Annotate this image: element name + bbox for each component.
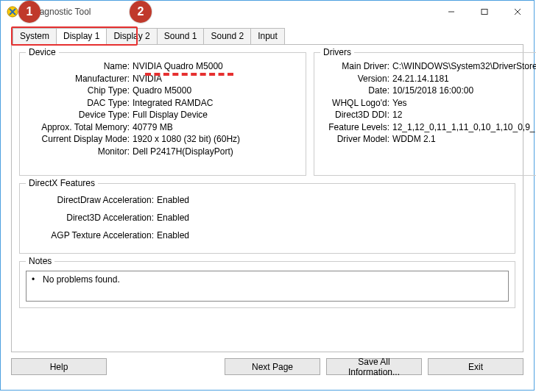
dx-feature-label: Direct3D Acceleration: xyxy=(26,209,157,227)
tab-sound-1[interactable]: Sound 1 xyxy=(157,28,205,45)
device-row: Device Type:Full Display Device xyxy=(26,109,300,121)
device-row: Current Display Mode:1920 x 1080 (32 bit… xyxy=(26,133,300,146)
device-value: Quadro M5000 xyxy=(133,85,191,97)
device-row: Name:NVIDIA Quadro M5000 xyxy=(26,60,300,73)
help-button[interactable]: Help xyxy=(11,358,107,375)
window-title: X Diagnostic Tool xyxy=(23,7,91,17)
window: X Diagnostic Tool SystemDisplay 1Display… xyxy=(0,0,535,391)
device-value: 40779 MB xyxy=(133,121,173,134)
device-row: Chip Type:Quadro M5000 xyxy=(26,85,300,97)
minimize-button[interactable] xyxy=(434,1,468,22)
drivers-label: Main Driver: xyxy=(320,60,392,73)
notes-legend: Notes xyxy=(26,256,54,266)
drivers-label: Version: xyxy=(320,73,392,85)
drivers-value: C:\WINDOWS\System32\DriverStore xyxy=(392,60,536,73)
drivers-row: Direct3D DDI:12 xyxy=(320,109,536,121)
device-value: NVIDIA Quadro M5000 xyxy=(133,60,223,73)
dx-feature-value: Enabled xyxy=(157,209,189,227)
drivers-label: Date: xyxy=(320,85,392,97)
drivers-value: WDDM 2.1 xyxy=(392,133,436,146)
device-label: Name: xyxy=(26,60,133,73)
drivers-label: Driver Model: xyxy=(320,133,392,146)
tab-system[interactable]: System xyxy=(13,28,57,45)
next-page-button[interactable]: Next Page xyxy=(225,358,320,375)
dx-feature-label: DirectDraw Acceleration: xyxy=(26,191,157,209)
tab-content: Device Name:NVIDIA Quadro M5000Manufactu… xyxy=(11,45,523,352)
device-row: Approx. Total Memory:40779 MB xyxy=(26,121,300,134)
device-label: Current Display Mode: xyxy=(26,133,133,146)
device-value: Dell P2417H(DisplayPort) xyxy=(133,146,233,158)
titlebar: X Diagnostic Tool xyxy=(1,1,534,23)
device-row: Manufacturer:NVIDIA xyxy=(26,73,300,85)
device-group: Device Name:NVIDIA Quadro M5000Manufactu… xyxy=(19,52,306,176)
device-value: Integrated RAMDAC xyxy=(133,97,213,110)
device-label: Approx. Total Memory: xyxy=(26,121,133,134)
drivers-label: Direct3D DDI: xyxy=(320,109,392,121)
notes-text: No problems found. xyxy=(43,274,120,285)
dx-legend: DirectX Features xyxy=(26,178,98,188)
device-value: NVIDIA xyxy=(133,73,162,85)
bullet-icon: • xyxy=(31,274,35,285)
exit-button[interactable]: Exit xyxy=(428,358,523,375)
drivers-value: 12_1,12_0,11_1,11_0,10_1,10_0,9_ xyxy=(392,121,535,134)
dx-feature-row: Direct3D Acceleration:Enabled xyxy=(26,209,509,227)
directx-features-group: DirectX Features DirectDraw Acceleration… xyxy=(19,183,515,254)
dx-feature-row: DirectDraw Acceleration:Enabled xyxy=(26,191,509,209)
tab-display-2[interactable]: Display 2 xyxy=(106,28,157,45)
device-value: 1920 x 1080 (32 bit) (60Hz) xyxy=(133,133,240,146)
dxdiag-icon xyxy=(7,6,18,18)
save-all-information-button[interactable]: Save All Information... xyxy=(326,358,422,375)
device-label: Chip Type: xyxy=(26,85,133,97)
drivers-row: Main Driver:C:\WINDOWS\System32\DriverSt… xyxy=(320,60,536,73)
tab-display-1[interactable]: Display 1 xyxy=(56,28,107,45)
device-legend: Device xyxy=(26,47,59,57)
drivers-row: Version:24.21.14.1181 xyxy=(320,73,536,85)
tab-input[interactable]: Input xyxy=(250,28,285,45)
window-buttons xyxy=(434,1,534,22)
tab-strip: SystemDisplay 1Display 2Sound 1Sound 2In… xyxy=(11,29,523,45)
drivers-label: WHQL Logo'd: xyxy=(320,97,392,110)
drivers-value: Yes xyxy=(392,97,407,110)
drivers-label: Feature Levels: xyxy=(320,121,392,134)
device-row: Monitor:Dell P2417H(DisplayPort) xyxy=(26,146,300,158)
drivers-value: 12 xyxy=(392,109,402,121)
drivers-row: Feature Levels:12_1,12_0,11_1,11_0,10_1,… xyxy=(320,121,536,134)
dx-feature-label: AGP Texture Acceleration: xyxy=(26,227,157,244)
drivers-legend: Drivers xyxy=(320,47,354,57)
drivers-value: 10/15/2018 16:00:00 xyxy=(392,85,473,97)
maximize-button[interactable] xyxy=(468,1,501,22)
dx-feature-row: AGP Texture Acceleration:Enabled xyxy=(26,227,509,244)
drivers-group: Drivers Main Driver:C:\WINDOWS\System32\… xyxy=(314,52,536,176)
device-label: Monitor: xyxy=(26,146,133,158)
drivers-value: 24.21.14.1181 xyxy=(392,73,449,85)
device-row: DAC Type:Integrated RAMDAC xyxy=(26,97,300,110)
button-row: Help Next Page Save All Information... E… xyxy=(11,358,523,375)
dx-feature-value: Enabled xyxy=(157,227,189,244)
device-value: Full Display Device xyxy=(133,109,208,121)
dx-feature-value: Enabled xyxy=(157,191,189,209)
drivers-row: Date:10/15/2018 16:00:00 xyxy=(320,85,536,97)
drivers-row: WHQL Logo'd:Yes xyxy=(320,97,536,110)
notes-textarea[interactable]: • No problems found. xyxy=(26,271,509,302)
close-button[interactable] xyxy=(501,1,534,22)
drivers-row: Driver Model:WDDM 2.1 xyxy=(320,133,536,146)
device-label: Device Type: xyxy=(26,109,133,121)
notes-group: Notes • No problems found. xyxy=(19,261,515,308)
device-label: Manufacturer: xyxy=(26,73,133,85)
tab-sound-2[interactable]: Sound 2 xyxy=(203,28,251,45)
device-label: DAC Type: xyxy=(26,97,133,110)
svg-rect-2 xyxy=(482,9,487,14)
